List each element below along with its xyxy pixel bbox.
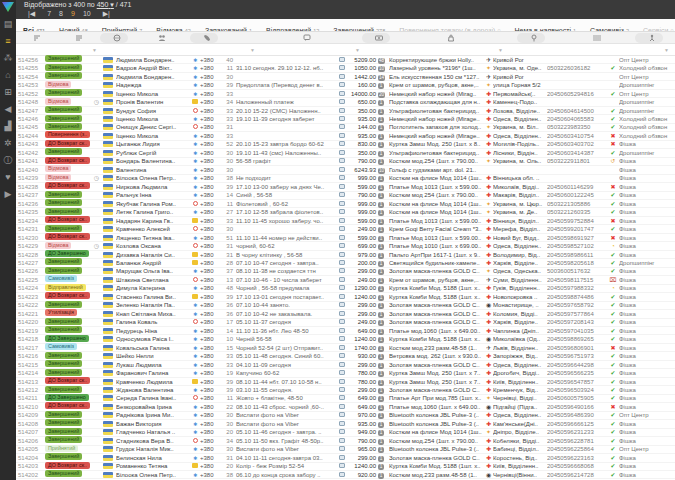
order-row[interactable]: 514213ДО Возврат ск..Кравченко Людмила+3… <box>16 378 675 386</box>
status-badge[interactable]: Завершений <box>45 267 82 274</box>
status-badge[interactable]: ДО Возврат ск.. <box>45 140 90 147</box>
order-row[interactable]: 514208ЗавершенийБажан Виктория✱+38030Вис… <box>16 420 675 428</box>
order-row[interactable]: 514229Відмова◷Козлова Оксана+38031чорний… <box>16 242 675 250</box>
phone-number[interactable]: +380 <box>200 81 222 89</box>
order-row[interactable]: 514209ЗавершенийРаднікова Ірина Ми..✱+38… <box>16 412 675 420</box>
tracking-number[interactable]: 20450604065583 <box>547 115 607 123</box>
phone-number[interactable]: +380 <box>200 73 222 81</box>
tracking-number[interactable]: 20450603403702 <box>547 140 607 148</box>
order-row[interactable]: 514255ЗавершенийБадров Андрій Вікт..✱+38… <box>16 64 675 72</box>
order-row[interactable]: 514254ЗавершенийЛюдмила Бондарен..✱+3803… <box>16 73 675 81</box>
status-badge[interactable]: ДО Завершено <box>45 394 89 401</box>
status-badge[interactable]: Завершений <box>45 301 82 308</box>
phone-number[interactable]: +380 <box>200 225 222 233</box>
phone-number[interactable]: +380 <box>200 318 222 326</box>
warehouse-icon[interactable]: ⌂ <box>0 67 16 84</box>
tracking-number[interactable]: 20450597208143 <box>547 318 607 326</box>
product-filter-caret[interactable]: ▼ <box>498 47 503 53</box>
phone-number[interactable]: +380 <box>200 123 222 131</box>
sort-list-icon[interactable] <box>33 34 41 42</box>
bag-icon[interactable] <box>447 34 455 42</box>
order-row[interactable]: 514230ДО Возврат ск..Лященко Тетяна Іва.… <box>16 234 675 242</box>
status-badge[interactable]: Відмова <box>45 174 71 181</box>
order-row[interactable]: 514239Відмова◷Білоока Олена Петр..✱+3803… <box>16 175 675 183</box>
status-badge[interactable]: Завершений <box>45 123 82 130</box>
status-badge[interactable]: Завершений <box>45 453 82 460</box>
phone-number[interactable]: +380 <box>200 191 222 199</box>
status-badge[interactable]: Завершений <box>45 148 82 155</box>
order-row[interactable]: 514227ЗавершенийБаланюк Андрій+3802807.1… <box>16 259 675 267</box>
status-badge[interactable]: Прийнятий <box>45 445 78 452</box>
tab-самовивіз[interactable]: Самовивіз2 <box>583 25 636 32</box>
phone-number[interactable]: +380 <box>200 166 222 174</box>
status-badge[interactable]: Завершений <box>45 411 82 418</box>
order-row[interactable]: 514211ДО ЗавершеноСереда Галина Івані..+… <box>16 395 675 403</box>
tracking-number[interactable]: 0503221260335 <box>547 208 607 216</box>
order-row[interactable]: 514245ЗавершенийОнищук Денис Сергі..+380… <box>16 124 675 132</box>
orders-list-icon[interactable]: ≡ <box>0 33 16 50</box>
phone-number[interactable]: +380 <box>200 183 222 191</box>
order-row[interactable]: 514234ДО Возврат ск..Надарян Карина Гв..… <box>16 217 675 225</box>
status-badge[interactable]: ДО Завершено <box>45 335 89 342</box>
tracking-number[interactable]: 20450600122245 <box>547 191 607 199</box>
last-page-button[interactable]: ▶| <box>99 10 114 18</box>
tracking-number[interactable]: 20450597041035 <box>547 327 607 335</box>
tracking-number[interactable]: 20450596223163 <box>547 454 607 462</box>
status-badge[interactable]: Завершений <box>45 199 82 206</box>
status-badge[interactable]: Самовивіз <box>45 275 77 282</box>
status-badge[interactable]: Завершений <box>45 436 82 443</box>
phone-number[interactable]: +380 <box>200 208 222 216</box>
status-badge[interactable]: Завершений <box>45 318 82 325</box>
phone-number[interactable]: +380 <box>200 310 222 318</box>
phone-number[interactable]: +380 <box>200 293 222 301</box>
status-badge[interactable]: ДО Возврат ск.. <box>45 233 90 240</box>
order-row[interactable]: 514218ДО ЗавершеноОдносумова Раіса І..✱+… <box>16 335 675 343</box>
info-icon[interactable]: ⓘ <box>0 152 16 169</box>
order-row[interactable]: 514215ЗавершенийЛукаш Людмила✱+3803304.1… <box>16 361 675 369</box>
phone-number[interactable]: +380 <box>200 115 222 123</box>
phone-number[interactable]: +380 <box>200 462 222 470</box>
order-row[interactable]: 514214ЗавершенийФаранович Галина✱+38019К… <box>16 369 675 377</box>
status-badge[interactable]: Відмова <box>45 165 71 172</box>
phone-number[interactable]: +380 <box>200 267 222 275</box>
order-row[interactable]: 514205ПрийнятийГрудок Наталія Мик..✱+380… <box>16 446 675 454</box>
tracking-number[interactable]: 20450598986611 <box>547 251 607 259</box>
status-badge[interactable]: Завершений <box>45 369 82 376</box>
order-row[interactable]: 514228ДО ЗавершеноДихавка Наталія Си..+3… <box>16 251 675 259</box>
phone-number[interactable]: +380 <box>200 361 222 369</box>
phone-number[interactable]: +380 <box>200 284 222 292</box>
phone-number[interactable]: +380 <box>200 98 222 106</box>
tab-повернення-товару-в-дорозі-[interactable]: Повернення товару (в дорозі)0 <box>392 25 507 32</box>
people-icon[interactable] <box>158 34 166 42</box>
status-badge[interactable]: Завершений <box>45 191 82 198</box>
feedback-icon[interactable]: ♥ <box>0 169 16 186</box>
stats-icon[interactable]: ▟ <box>0 118 16 135</box>
order-row[interactable]: 514224ВідправленийДимула Катерина✱+38048… <box>16 285 675 293</box>
tracking-number[interactable]: 20450603410754 <box>547 132 607 140</box>
tracking-number[interactable]: 20450598117515 <box>547 276 607 284</box>
order-row[interactable]: 514241ДО Возврат ск..Бондарь Валентина..… <box>16 158 675 166</box>
tracking-number[interactable]: 20450598691927 <box>547 234 607 242</box>
tab-відмова[interactable]: Відмова42 <box>149 25 198 32</box>
first-page-button[interactable]: |◀ <box>24 10 39 18</box>
status-badge[interactable]: Завершений <box>45 106 82 113</box>
phone-number[interactable]: +380 <box>200 157 222 165</box>
status-badge[interactable]: Завершений <box>45 208 82 215</box>
status-badge[interactable]: Відмова <box>45 242 71 249</box>
tab-запакований[interactable]: Запакований1 <box>198 25 259 32</box>
tab-прийнятий[interactable]: Прийнятий7 <box>95 25 150 32</box>
order-row[interactable]: 514217СамовивізКовальська Галина✱+38015Ч… <box>16 344 675 352</box>
cart-icon[interactable]: ⊞ <box>0 84 16 101</box>
phone-number[interactable]: +380 <box>200 335 222 343</box>
id-card-icon[interactable]: ▤ <box>0 16 16 33</box>
status-badge[interactable]: ДО Возврат ск.. <box>45 216 90 223</box>
tracking-number[interactable]: 20450596225864 <box>547 445 607 453</box>
status-badge[interactable]: Відмова <box>45 81 71 88</box>
tracking-number[interactable]: 20450596666125 <box>547 420 607 428</box>
phone-number[interactable]: +380 <box>200 420 222 428</box>
order-row[interactable]: 514203ДО Возврат ск..Романенко Тетяна+38… <box>16 463 675 471</box>
phone-number[interactable]: +380 <box>200 242 222 250</box>
phone-number[interactable]: +380 <box>200 344 222 352</box>
phone-number[interactable]: +380 <box>200 64 222 72</box>
page-button-9[interactable]: 9 <box>67 10 79 17</box>
